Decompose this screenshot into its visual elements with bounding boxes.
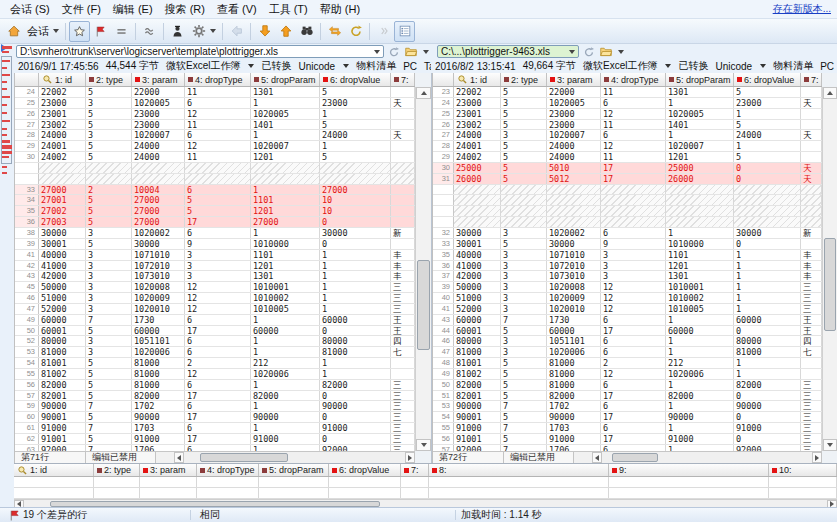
table-row[interactable]: 28240015240001210200071 — [433, 141, 822, 152]
show-minor-button[interactable] — [139, 21, 160, 42]
hscroll-thumb[interactable] — [200, 453, 288, 462]
menu-item[interactable]: 文件 (F) — [56, 0, 107, 18]
column-header[interactable]: 4: dropType — [197, 464, 259, 476]
right-vscrollbar[interactable] — [822, 87, 837, 451]
table-row[interactable]: 569100159100017910000三 — [433, 434, 822, 445]
show-all-button[interactable] — [69, 21, 90, 42]
table-row[interactable]: 25230015230001210200051 — [433, 109, 822, 120]
menu-item[interactable]: 帮助 (H) — [314, 0, 366, 18]
left-format-dropdown[interactable]: 微软Excel工作簿 — [166, 59, 254, 73]
table-row[interactable]: 5381000310200066181000七 — [15, 347, 415, 358]
refresh-icon[interactable] — [387, 45, 401, 58]
scroll-down-button[interactable] — [416, 439, 431, 451]
column-header[interactable]: 7: — [401, 464, 429, 476]
table-row[interactable]: 548100158100022121 — [15, 358, 415, 369]
column-header[interactable]: 1: id — [454, 73, 501, 86]
table-row[interactable]: 3950000310200081210100011三 — [433, 282, 822, 293]
table-row[interactable]: 6191000717036191000三 — [15, 423, 415, 434]
table-row[interactable] — [433, 195, 822, 206]
right-format-dropdown[interactable]: 微软Excel工作簿 — [583, 59, 671, 73]
table-row[interactable]: 2824000310200076124000天 — [15, 130, 415, 141]
right-encoding-dropdown[interactable]: Unicode — [715, 61, 766, 72]
table-row[interactable]: 3330001530000910100000 — [433, 239, 822, 250]
menu-item[interactable]: 会话 (S) — [4, 0, 56, 18]
scroll-left-button[interactable] — [174, 452, 184, 463]
table-row[interactable]: 4960000717306160000王 — [15, 315, 415, 326]
column-header[interactable]: 7: — [801, 73, 822, 86]
format-button[interactable] — [188, 21, 219, 42]
new-version-link[interactable]: 存在新版本... — [773, 2, 831, 16]
table-row[interactable]: 26230015230001210200051 — [15, 109, 415, 120]
table-row[interactable]: 578200158200017820000三 — [15, 391, 415, 402]
column-header[interactable]: 9: — [609, 464, 769, 476]
table-row[interactable]: 5390000717026190000三 — [433, 401, 822, 412]
table-row[interactable]: 3930001530000910100000 — [15, 239, 415, 250]
table-row[interactable]: 5591000717036191000三 — [433, 423, 822, 434]
table-row[interactable]: 27230025230001114015 — [15, 120, 415, 131]
detail-row-right[interactable] — [14, 488, 837, 499]
table-row[interactable]: 414000031071010311011丰 — [15, 250, 415, 261]
table-row[interactable]: 34270015270005110110 — [15, 195, 415, 206]
toolbar-overflow-button[interactable] — [373, 21, 394, 42]
left-vscrollbar[interactable] — [415, 87, 431, 451]
refresh-icon[interactable] — [582, 45, 596, 58]
left-encoding-dropdown[interactable]: Unicode — [298, 61, 349, 72]
table-row[interactable]: 549000159000017900000三 — [433, 412, 822, 423]
scroll-up-button[interactable] — [416, 87, 431, 99]
column-header[interactable]: 10: — [769, 464, 837, 476]
folder-open-icon[interactable] — [404, 45, 418, 58]
table-row[interactable]: 434200031073010313011丰 — [15, 271, 415, 282]
right-path-input[interactable]: C:\...\plottrigger-9463.xls — [437, 45, 579, 58]
swap-sides-button[interactable] — [324, 21, 345, 42]
table-row[interactable] — [15, 174, 415, 185]
table-row[interactable]: 4752000310200101210100051三 — [15, 304, 415, 315]
column-header[interactable]: 7: — [391, 73, 415, 86]
menu-item[interactable]: 编辑 (E) — [107, 0, 159, 18]
table-row[interactable] — [433, 217, 822, 228]
table-row[interactable]: 49810025810001210200061 — [433, 369, 822, 380]
table-row[interactable]: 30240025240001112015 — [15, 152, 415, 163]
vscroll-thumb[interactable] — [824, 238, 836, 331]
table-row[interactable]: 4360000717306160000王 — [433, 315, 822, 326]
table-row[interactable] — [433, 185, 822, 196]
column-header[interactable]: 5: dropParam — [666, 73, 734, 86]
table-row[interactable]: 31260005501217260000天 — [433, 174, 822, 185]
show-differences-button[interactable] — [90, 21, 111, 42]
scroll-up-button[interactable] — [823, 87, 837, 99]
table-row[interactable]: 23220025220001113015 — [433, 87, 822, 98]
table-row[interactable]: 4680000310511016180000四 — [433, 336, 822, 347]
table-row[interactable]: 24220025220001113015 — [15, 87, 415, 98]
session-home-button[interactable] — [3, 21, 24, 42]
table-row[interactable]: 424100031072010312011丰 — [15, 261, 415, 272]
column-header[interactable]: 3: param — [547, 73, 601, 86]
left-hscrollbar[interactable] — [174, 452, 415, 463]
table-row[interactable]: 50820005810006182000三 — [433, 380, 822, 391]
reload-button[interactable] — [345, 21, 366, 42]
session-rules-button[interactable] — [167, 21, 188, 42]
next-difference-button[interactable] — [254, 21, 275, 42]
folder-open-icon[interactable] — [599, 45, 613, 58]
menu-item[interactable]: 搜索 (R) — [159, 0, 211, 18]
diff-map-strip[interactable] — [0, 44, 14, 507]
column-header[interactable]: 3: param — [132, 73, 185, 86]
table-row[interactable]: 5990000717026190000三 — [15, 401, 415, 412]
table-row[interactable] — [433, 206, 822, 217]
table-row[interactable]: 364100031072010312011丰 — [433, 261, 822, 272]
table-row[interactable]: 26230025230001114015 — [433, 120, 822, 131]
menu-item[interactable]: 工具 (T) — [263, 0, 314, 18]
column-header[interactable]: 2: type — [94, 464, 140, 476]
scroll-right-button[interactable] — [405, 452, 415, 463]
copy-to-left-button[interactable] — [226, 21, 247, 42]
table-row[interactable]: 4550000310200081210100011三 — [15, 282, 415, 293]
vscroll-thumb[interactable] — [417, 260, 430, 350]
table-row[interactable]: 4781000310200066181000七 — [433, 347, 822, 358]
previous-difference-button[interactable] — [275, 21, 296, 42]
table-row[interactable]: 362700352700017270000 — [15, 217, 415, 228]
table-row[interactable]: 55810025810001210200061 — [15, 369, 415, 380]
column-header[interactable]: 4: dropType — [185, 73, 251, 86]
table-row[interactable]: 33270002100046127000 — [15, 185, 415, 196]
table-row[interactable]: 374200031073010313011丰 — [433, 271, 822, 282]
table-row[interactable]: 5280000310511016180000四 — [15, 336, 415, 347]
table-row[interactable]: 4051000310200091210100021三 — [433, 293, 822, 304]
table-row[interactable]: 2523000310200056123000天 — [15, 98, 415, 109]
